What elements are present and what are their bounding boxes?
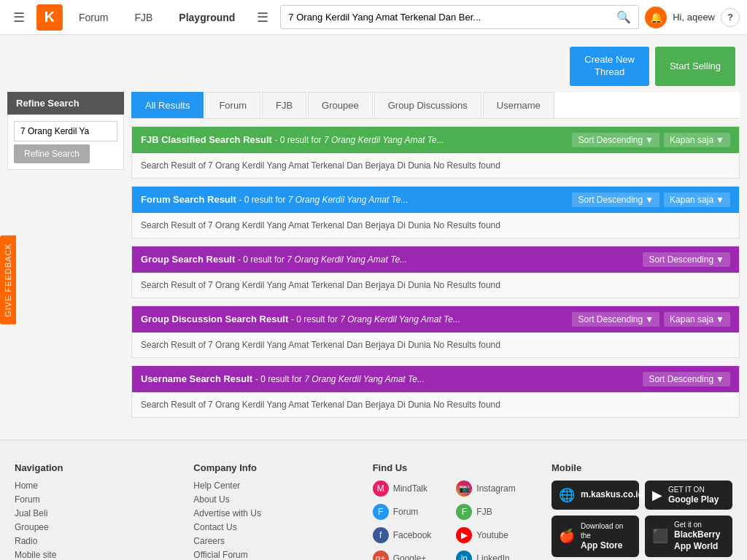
m-kaskus-button[interactable]: 🌐 m.kaskus.co.id [551,481,639,510]
instagram-label: Instagram [476,483,515,494]
nav-forum[interactable]: Forum [69,0,118,35]
youtube-icon: ▶ [456,527,472,543]
groupdiscussion-sort-button[interactable]: Sort Descending ▼ [572,312,659,327]
footer-social-forum[interactable]: F Forum [373,504,454,520]
fjb-result-title: FJB Classified Search Result [141,134,272,145]
sidebar-content: Refine Search [7,114,124,170]
search-button[interactable]: 🔍 [609,6,638,28]
footer-company-contact[interactable]: Contact Us [193,522,357,532]
help-button[interactable]: ? [721,8,740,27]
fjb-sort-button[interactable]: Sort Descending ▼ [572,133,659,147]
search-input[interactable] [281,7,609,27]
tab-username[interactable]: Username [483,92,554,118]
footer-company-advertise[interactable]: Advertise with Us [193,508,357,518]
footer-social-linkedin[interactable]: in LinkedIn [456,551,537,560]
username-sort-button[interactable]: Sort Descending ▼ [643,372,730,386]
forum-time-button[interactable]: Kapan saja ▼ [664,192,730,207]
footer-company-officialforum[interactable]: Official Forum [193,550,357,560]
group-result-header: Group Search Result - 0 result for 7 Ora… [132,246,739,273]
app-store-button[interactable]: 🍎 Download on the App Store [551,516,639,556]
feedback-tab[interactable]: GIVE FEEDBACK [0,236,16,324]
footer-mobile-title: Mobile [551,462,732,473]
footer-findus-title: Find Us [373,462,537,473]
footer-nav-mobile[interactable]: Mobile site [15,550,179,560]
footer-social-instagram[interactable]: 📷 Instagram [456,481,537,497]
mindtalk-label: MindTalk [393,483,427,494]
username-result-title-area: Username Search Result - 0 result for 7 … [141,373,425,384]
groupdiscussion-result-title-area: Group Discussion Search Result - 0 resul… [141,314,460,324]
footer-nav-home[interactable]: Home [15,481,179,491]
footer-social-facebook[interactable]: f Facebook [373,527,454,543]
forum-result-title-area: Forum Search Result - 0 result for 7 Ora… [141,194,409,205]
tab-groupee[interactable]: Groupee [308,92,373,118]
footer-navigation-title: Navigation [15,462,179,473]
fjb-time-button[interactable]: Kapan saja ▼ [664,133,730,147]
nav-fjb[interactable]: FJB [124,0,163,35]
google-play-icon: ▶ [652,487,662,503]
refine-search-button[interactable]: Refine Search [14,144,90,163]
footer-social-fjb[interactable]: F FJB [456,504,537,520]
footer-findus: Find Us M MindTalk 📷 Instagram F Forum F… [373,462,537,560]
footer-nav-jualbeli[interactable]: Jual Beli [15,508,179,518]
forum-result-count: - 0 result for [239,195,287,205]
forum-social-label: Forum [393,507,419,517]
linkedin-label: LinkedIn [476,553,509,560]
footer-navigation: Navigation Home Forum Jual Beli Groupee … [15,462,179,560]
groupdiscussion-result-query: 7 Orang Kerdil Yang Amat Te... [340,314,460,324]
footer-nav-groupee[interactable]: Groupee [15,522,179,532]
mobile-row-2: 🍎 Download on the App Store ⬛ Get it on … [551,516,732,556]
footer-nav-forum[interactable]: Forum [15,494,179,505]
refine-search-input[interactable] [14,121,117,141]
fjb-result-header: FJB Classified Search Result - 0 result … [132,127,739,153]
forum-social-icon: F [373,504,389,520]
header-right: 🔔 Hi, aqeew ? [645,7,740,28]
footer-company-careers[interactable]: Careers [193,536,357,546]
footer-grid: Navigation Home Forum Jual Beli Groupee … [15,462,732,560]
group-result-section: Group Search Result - 0 result for 7 Ora… [131,246,740,298]
group-result-query: 7 Orang Kerdil Yang Amat Te... [287,254,407,265]
youtube-label: Youtube [476,530,508,540]
facebook-label: Facebook [393,530,432,540]
tab-forum[interactable]: Forum [205,92,260,118]
groupdiscussion-result-header: Group Discussion Search Result - 0 resul… [132,306,739,332]
group-sort-button[interactable]: Sort Descending ▼ [643,252,730,267]
app-store-text: Download on the App Store [581,521,632,552]
footer-social-youtube[interactable]: ▶ Youtube [456,527,537,543]
forum-result-title: Forum Search Result [141,194,236,205]
google-play-text: GET IT ON Google Play [668,485,719,506]
facebook-icon: f [373,527,389,543]
menu-button[interactable]: ☰ [251,7,274,28]
create-thread-button[interactable]: Create NewThread [570,47,649,86]
notification-icon[interactable]: 🔔 [645,7,667,28]
footer-company-helpcenter[interactable]: Help Center [193,481,357,491]
fjb-social-label: FJB [476,507,492,517]
search-bar: 🔍 [280,5,639,29]
footer-social-googleplus[interactable]: g+ Google+ [373,551,454,560]
footer-company-title: Company Info [193,462,357,473]
footer-company: Company Info Help Center About Us Advert… [193,462,357,560]
header: ☰ K Forum FJB Playground ☰ 🔍 🔔 Hi, aqeew… [0,0,747,35]
footer-company-aboutus[interactable]: About Us [193,494,357,505]
forum-sort-button[interactable]: Sort Descending ▼ [572,192,659,207]
tab-all-results[interactable]: All Results [131,92,204,118]
logo[interactable]: K [36,4,63,31]
blackberry-button[interactable]: ⬛ Get it on BlackBerry App World [645,516,732,556]
username-result-header: Username Search Result - 0 result for 7 … [132,366,739,392]
hamburger-button[interactable]: ☰ [7,7,31,28]
footer-nav-radio[interactable]: Radio [15,536,179,546]
footer-social-mindtalk[interactable]: M MindTalk [373,481,454,497]
username-result-body: Search Result of 7 Orang Kerdil Yang Ama… [132,392,739,417]
forum-result-query: 7 Orang Kerdil Yang Amat Te... [288,195,409,205]
fjb-social-icon: F [456,504,472,520]
tab-fjb[interactable]: FJB [262,92,306,118]
start-selling-button[interactable]: Start Selling [655,47,735,86]
instagram-icon: 📷 [456,481,472,497]
nav-playground[interactable]: Playground [169,0,245,35]
forum-result-header: Forum Search Result - 0 result for 7 Ora… [132,187,739,213]
google-play-button[interactable]: ▶ GET IT ON Google Play [645,481,732,510]
group-result-title-area: Group Search Result - 0 result for 7 Ora… [141,254,407,265]
groupdiscussion-time-button[interactable]: Kapan saja ▼ [664,312,730,327]
main-layout: Refine Search Refine Search All Results … [0,92,747,425]
tab-group-discussions[interactable]: Group Discussions [374,92,481,118]
content-area: All Results Forum FJB Groupee Group Disc… [131,92,740,425]
